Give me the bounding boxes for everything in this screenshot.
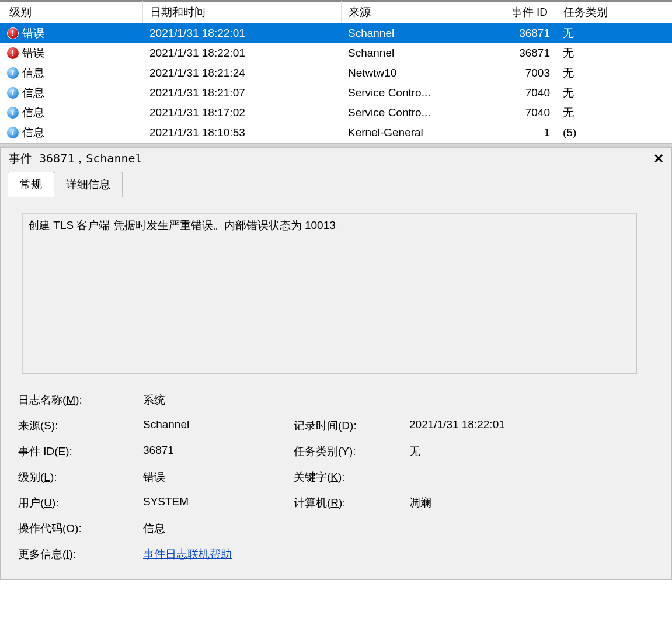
row-datetime: 2021/1/31 18:21:24 — [142, 64, 341, 82]
prop-value-computer: 凋斓 — [409, 495, 660, 511]
tab-details[interactable]: 详细信息 — [54, 172, 123, 197]
prop-label-keywords: 关键字(K): — [294, 470, 399, 485]
row-eventid: 7040 — [500, 104, 556, 121]
prop-label-computer: 计算机(R): — [294, 495, 399, 511]
row-eventid: 36871 — [500, 25, 556, 42]
row-source: Service Contro... — [341, 104, 500, 121]
info-icon — [7, 127, 19, 138]
event-list: 级别 日期和时间 来源 事件 ID 任务类别 错误2021/1/31 18:22… — [0, 0, 672, 143]
table-row[interactable]: 错误2021/1/31 18:22:01Schannel36871无 — [0, 43, 672, 63]
prop-value-eventid: 36871 — [143, 444, 283, 459]
prop-label-eventid: 事件 ID(E): — [18, 444, 133, 459]
row-datetime: 2021/1/31 18:17:02 — [142, 104, 341, 121]
row-datetime: 2021/1/31 18:10:53 — [142, 124, 341, 141]
row-source: Schannel — [341, 25, 500, 42]
detail-titlebar: 事件 36871，Schannel ✕ — [1, 148, 671, 171]
col-header-task[interactable]: 任务类别 — [556, 1, 672, 23]
pane-splitter[interactable] — [0, 143, 672, 148]
table-row[interactable]: 信息2021/1/31 18:21:24Netwtw107003无 — [0, 63, 672, 83]
tab-general[interactable]: 常规 — [8, 172, 54, 197]
row-datetime: 2021/1/31 18:22:01 — [142, 25, 341, 42]
row-datetime: 2021/1/31 18:22:01 — [142, 44, 341, 62]
row-level-text: 信息 — [22, 105, 44, 120]
table-row[interactable]: 错误2021/1/31 18:22:01Schannel36871无 — [0, 23, 672, 43]
row-task: 无 — [556, 103, 672, 123]
table-row[interactable]: 信息2021/1/31 18:10:53Kernel-General1(5) — [0, 123, 672, 143]
col-header-level[interactable]: 级别 — [0, 1, 142, 23]
row-task: 无 — [556, 23, 672, 43]
row-level-text: 错误 — [22, 46, 44, 61]
event-detail-pane: 事件 36871，Schannel ✕ 常规 详细信息 创建 TLS 客户端 凭… — [0, 148, 672, 580]
row-task: 无 — [556, 63, 672, 83]
info-icon — [7, 87, 19, 99]
prop-label-source: 来源(S): — [18, 418, 133, 433]
prop-value-logged: 2021/1/31 18:22:01 — [409, 418, 660, 433]
prop-value-source: Schannel — [143, 418, 283, 433]
col-header-datetime[interactable]: 日期和时间 — [142, 1, 341, 23]
info-icon — [7, 67, 19, 79]
prop-label-user: 用户(U): — [18, 495, 133, 511]
prop-label-moreinfo: 更多信息(I): — [18, 547, 133, 562]
row-source: Schannel — [341, 44, 500, 62]
event-properties-grid: 日志名称(M): 系统 来源(S): Schannel 记录时间(D): 202… — [15, 393, 660, 562]
detail-tabs: 常规 详细信息 — [1, 172, 671, 197]
col-header-eventid[interactable]: 事件 ID — [500, 1, 556, 23]
prop-label-task: 任务类别(Y): — [294, 444, 399, 459]
row-level-text: 错误 — [22, 26, 44, 41]
row-source: Netwtw10 — [341, 64, 500, 82]
event-list-header: 级别 日期和时间 来源 事件 ID 任务类别 — [0, 2, 672, 23]
row-level-text: 信息 — [22, 125, 44, 140]
error-icon — [7, 47, 19, 59]
row-task: 无 — [556, 43, 672, 63]
prop-value-user: SYSTEM — [143, 495, 283, 511]
row-eventid: 1 — [500, 124, 556, 141]
row-eventid: 7003 — [500, 64, 556, 82]
event-log-online-help-link[interactable]: 事件日志联机帮助 — [143, 548, 232, 560]
prop-value-keywords — [409, 470, 660, 485]
close-icon[interactable]: ✕ — [652, 151, 666, 166]
row-task: (5) — [556, 124, 672, 141]
table-row[interactable]: 信息2021/1/31 18:17:02Service Contro...704… — [0, 103, 672, 123]
prop-label-logname: 日志名称(M): — [18, 393, 133, 408]
row-level-text: 信息 — [22, 85, 44, 100]
prop-value-level: 错误 — [143, 470, 283, 485]
event-list-body: 错误2021/1/31 18:22:01Schannel36871无错误2021… — [0, 23, 672, 143]
prop-value-opcode: 信息 — [143, 521, 283, 536]
detail-title-text: 事件 36871，Schannel — [9, 151, 142, 166]
prop-value-task: 无 — [409, 444, 660, 459]
event-message-text: 创建 TLS 客户端 凭据时发生严重错误。内部错误状态为 10013。 — [28, 219, 347, 231]
col-header-source[interactable]: 来源 — [341, 1, 500, 23]
error-icon — [7, 27, 19, 39]
prop-value-logname: 系统 — [143, 393, 283, 408]
table-row[interactable]: 信息2021/1/31 18:21:07Service Contro...704… — [0, 83, 672, 103]
row-datetime: 2021/1/31 18:21:07 — [142, 84, 341, 102]
prop-label-logged: 记录时间(D): — [294, 418, 399, 433]
event-message-box[interactable]: 创建 TLS 客户端 凭据时发生严重错误。内部错误状态为 10013。 — [22, 213, 637, 374]
prop-label-opcode: 操作代码(O): — [18, 521, 133, 536]
prop-label-level: 级别(L): — [18, 470, 133, 485]
info-icon — [7, 107, 19, 119]
row-source: Service Contro... — [341, 84, 500, 102]
row-eventid: 36871 — [500, 44, 556, 62]
row-task: 无 — [556, 83, 672, 103]
row-eventid: 7040 — [500, 84, 556, 102]
tab-general-body: 创建 TLS 客户端 凭据时发生严重错误。内部错误状态为 10013。 日志名称… — [1, 197, 671, 579]
row-level-text: 信息 — [22, 65, 44, 81]
row-source: Kernel-General — [341, 124, 500, 141]
